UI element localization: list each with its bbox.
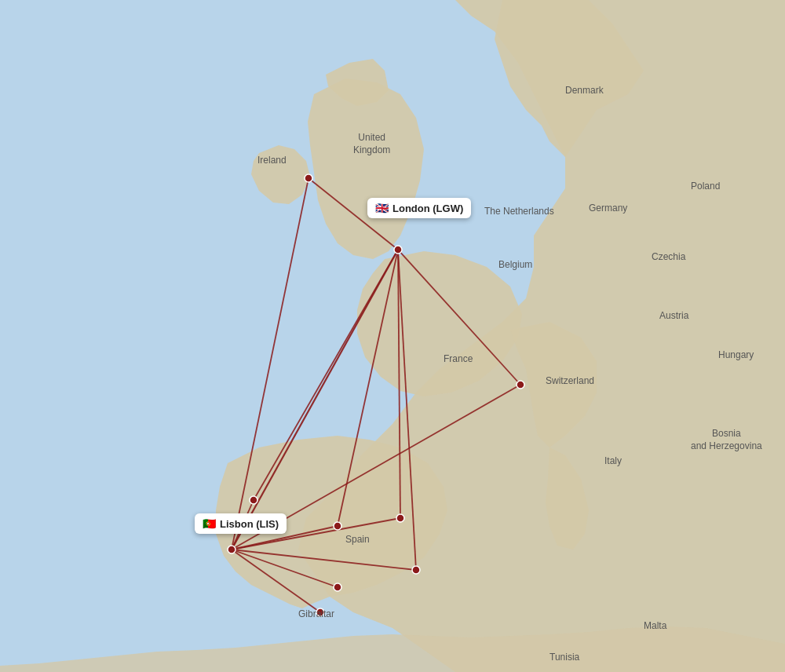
- uk-flag-icon: 🇬🇧: [375, 202, 389, 214]
- svg-point-22: [412, 566, 420, 574]
- svg-point-19: [250, 496, 257, 504]
- svg-point-23: [334, 583, 341, 591]
- svg-point-24: [316, 608, 324, 616]
- svg-point-15: [394, 246, 402, 254]
- svg-point-17: [305, 174, 312, 182]
- london-airport-text: London (LGW): [392, 203, 463, 214]
- svg-point-20: [334, 522, 341, 530]
- map-svg: [0, 0, 785, 672]
- svg-point-21: [396, 514, 404, 522]
- map-container: Ireland The Netherlands UnitedKingdom De…: [0, 0, 785, 672]
- svg-point-16: [228, 546, 236, 553]
- lisbon-lis-label[interactable]: 🇵🇹 Lisbon (LIS): [195, 513, 287, 534]
- svg-point-18: [517, 381, 524, 389]
- portugal-flag-icon: 🇵🇹: [203, 517, 216, 530]
- london-lgw-label[interactable]: 🇬🇧 London (LGW): [367, 198, 471, 218]
- lisbon-airport-text: Lisbon (LIS): [220, 518, 279, 530]
